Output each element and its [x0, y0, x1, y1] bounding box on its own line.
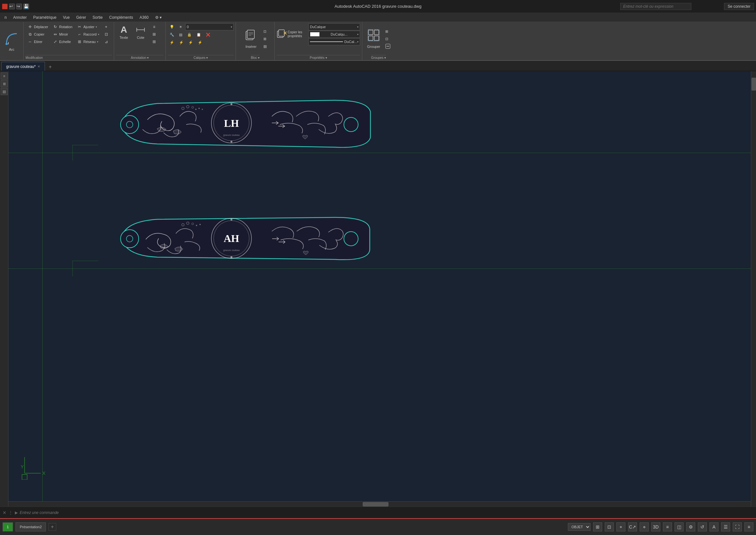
- cal-btn5[interactable]: 🔒: [185, 31, 194, 38]
- raccord-button[interactable]: ⌐ Raccord ▾: [75, 31, 101, 38]
- annot-extra2[interactable]: ⊞: [149, 31, 159, 38]
- scrollbar-h-thumb[interactable]: [363, 502, 389, 507]
- svg-point-46: [196, 225, 197, 226]
- calque-dropdown[interactable]: 0 ▾: [185, 23, 234, 30]
- cal-btn7[interactable]: ❌: [204, 31, 212, 38]
- ducal-dropdown[interactable]: DuCal... ▾: [308, 38, 360, 45]
- transp-btn[interactable]: ◫: [675, 522, 684, 531]
- texte-button[interactable]: A Texte: [116, 23, 132, 41]
- prop-copy-btn[interactable]: Copier les propriétés: [277, 29, 307, 40]
- ducalqu-dropdown[interactable]: DuCalqu... ▾: [308, 31, 360, 38]
- cote-button[interactable]: Cote: [133, 23, 148, 41]
- svg-rect-51: [22, 474, 27, 480]
- ins-btn1[interactable]: ⊡: [261, 28, 269, 35]
- menu-item-vue[interactable]: Vue: [60, 14, 73, 21]
- linewt-btn[interactable]: ≡: [663, 522, 672, 531]
- rotation-button[interactable]: ↻ Rotation: [51, 23, 74, 30]
- lt-btn3[interactable]: ▤: [1, 88, 8, 95]
- arc-button[interactable]: Arc: [1, 29, 22, 53]
- lt-btn1[interactable]: ≡: [1, 72, 8, 80]
- mod-extra2[interactable]: ⊡: [102, 31, 111, 38]
- menu-item-gerer[interactable]: Gérer: [73, 14, 90, 21]
- fullscreen-btn[interactable]: ⛶: [733, 522, 742, 531]
- ortho-btn[interactable]: ⌖: [616, 522, 625, 531]
- cal-btn8[interactable]: ⚡: [168, 39, 176, 46]
- search-input[interactable]: [620, 3, 691, 10]
- workspace-btn[interactable]: ☰: [721, 522, 730, 531]
- svg-point-47: [200, 224, 201, 225]
- menu-item-annoter[interactable]: Annoter: [10, 14, 30, 21]
- svg-text:gravure couteau: gravure couteau: [223, 249, 240, 252]
- menu-item-a360[interactable]: A360: [136, 14, 152, 21]
- snap-btn[interactable]: ⊡: [605, 522, 614, 531]
- raccord-icon: ⌐: [77, 32, 82, 37]
- title-text: Autodesk AutoCAD 2016 gravure couteau.dw…: [335, 4, 421, 9]
- sel-cycle-btn[interactable]: ↺: [698, 522, 707, 531]
- cmd-icon2[interactable]: ⋮: [9, 510, 13, 515]
- cal-btn6[interactable]: 📋: [195, 31, 203, 38]
- anno-scale-btn[interactable]: A: [710, 522, 718, 531]
- cal-btn9[interactable]: ⚡: [177, 39, 185, 46]
- grid-btn[interactable]: ⊞: [593, 522, 602, 531]
- calques-row1: 💡 ☀ 0 ▾: [168, 23, 234, 30]
- customize-btn[interactable]: ≡: [744, 522, 753, 531]
- coordinate-marker: Y X: [18, 451, 47, 481]
- grp-btn2[interactable]: ⊡: [383, 35, 392, 42]
- cal-btn11[interactable]: ⚡: [196, 39, 204, 46]
- ribbon-arc-section: Arc: [0, 22, 24, 60]
- layout-model-tab[interactable]: 1: [3, 522, 13, 531]
- scrollbar-horizontal[interactable]: [0, 501, 751, 507]
- menu-item-sortie[interactable]: Sortie: [89, 14, 106, 21]
- command-input[interactable]: [20, 510, 753, 515]
- cal-btn4[interactable]: ▤: [177, 31, 184, 38]
- connect-button[interactable]: Se connecter: [724, 3, 754, 10]
- menu-item-parametrique[interactable]: Paramétrique: [30, 14, 60, 21]
- drawing-tab[interactable]: gravure couteau* ✕: [1, 62, 45, 71]
- cal-btn3[interactable]: 🔧: [168, 31, 176, 38]
- grp-btn3[interactable]: [383, 43, 392, 50]
- undo-btn[interactable]: ↩: [9, 4, 15, 9]
- qprop-btn[interactable]: ⚙: [686, 522, 695, 531]
- miroir-button[interactable]: ⇔ Miroir: [51, 31, 74, 38]
- copier-button[interactable]: ⧉ Copier: [26, 31, 50, 38]
- polar-btn[interactable]: C↗: [628, 522, 637, 531]
- inserer-button[interactable]: Insérer: [242, 27, 260, 50]
- annot-extra1[interactable]: ≡: [149, 23, 159, 30]
- grouper-button[interactable]: Grouper: [364, 27, 383, 50]
- layout-presentation2-tab[interactable]: Présentation2: [15, 522, 46, 531]
- ribbon-calques-section: 💡 ☀ 0 ▾ 🔧 ▤ 🔒 📋 ❌ ⚡ ⚡ ⚡ ⚡: [166, 22, 236, 60]
- menu-item-n[interactable]: n: [1, 14, 10, 21]
- scrollbar-v-thumb[interactable]: [751, 78, 756, 91]
- grp-btn1[interactable]: ⊞: [383, 28, 392, 35]
- ins-btn2[interactable]: ⊞: [261, 35, 269, 42]
- mod-extra3[interactable]: ⊿: [102, 38, 111, 45]
- ajuster-button[interactable]: ✂ Ajuster ▾: [75, 23, 101, 30]
- annot-extra3[interactable]: ⊞: [149, 38, 159, 45]
- save-btn[interactable]: 💾: [23, 4, 29, 9]
- ins-btn3[interactable]: ▤: [261, 43, 269, 50]
- etirer-button[interactable]: ↔ Etirer: [26, 38, 50, 45]
- mod-extra1[interactable]: ⌖: [102, 23, 111, 30]
- arc-icon: [4, 31, 19, 46]
- 3d-snap-btn[interactable]: 3D: [651, 522, 660, 531]
- redo-btn[interactable]: ↪: [16, 4, 22, 9]
- cal-btn10[interactable]: ⚡: [186, 39, 195, 46]
- app-menu-btn[interactable]: [2, 4, 8, 9]
- ducalque-dropdown[interactable]: DuCalque ▾: [308, 23, 360, 30]
- scrollbar-vertical[interactable]: [751, 71, 756, 507]
- reseau-button[interactable]: ⊞ Réseau ▾: [75, 38, 101, 45]
- model-select[interactable]: OBJET: [568, 523, 590, 531]
- calques-row3: ⚡ ⚡ ⚡ ⚡: [168, 39, 204, 46]
- object-snap-btn[interactable]: ⋄: [640, 522, 649, 531]
- cal-btn1[interactable]: 💡: [168, 23, 176, 30]
- menu-item-settings[interactable]: ⚙ ▾: [152, 14, 165, 21]
- cal-btn2[interactable]: ☀: [177, 23, 184, 30]
- add-layout-btn[interactable]: +: [48, 523, 56, 531]
- tab-close-btn[interactable]: ✕: [38, 65, 40, 68]
- deplacer-button[interactable]: ✛ Déplacer: [26, 23, 50, 30]
- echelle-button[interactable]: ⤢ Echelle: [51, 38, 74, 45]
- tab-add-btn[interactable]: +: [46, 63, 54, 71]
- menu-item-complements[interactable]: Compléments: [106, 14, 136, 21]
- cmd-icon1[interactable]: ✕: [3, 510, 7, 515]
- lt-btn2[interactable]: ⊞: [1, 80, 8, 87]
